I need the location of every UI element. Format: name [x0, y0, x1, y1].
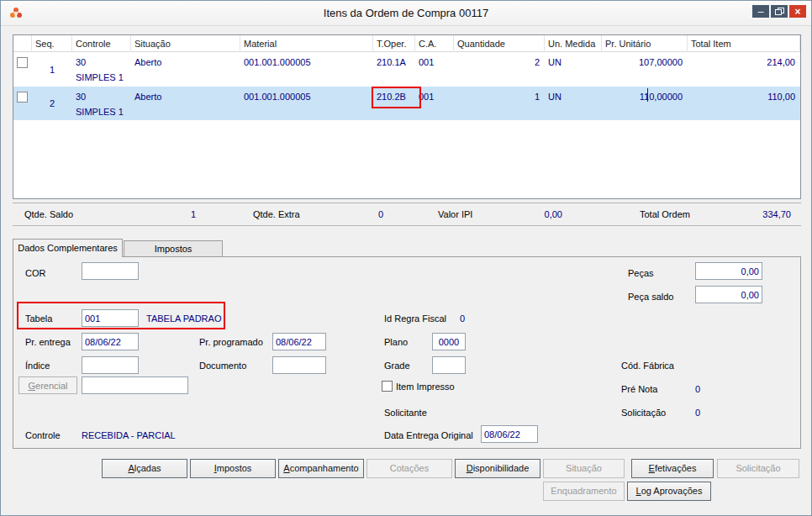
total-ordem-label: Total Ordem — [640, 203, 690, 225]
col-header-seq: Seq. — [32, 35, 72, 52]
dados-complementares-panel: COR Peças Peça saldo Tabela TABELA PADRA… — [13, 256, 801, 449]
pecas-input[interactable] — [695, 262, 762, 280]
table-row[interactable]: 1 30 SIMPLES 1 Aberto 001.001.000005 210… — [13, 52, 801, 87]
pr-programado-label: Pr. programado — [199, 336, 263, 348]
cor-input[interactable] — [82, 262, 139, 280]
pr-programado-input[interactable] — [272, 333, 326, 350]
item-impresso-checkbox[interactable]: Item Impresso — [382, 380, 455, 392]
cell-quantidade: 2 — [454, 55, 545, 69]
window-controls: – × — [752, 5, 806, 18]
controle-line2: SIMPLES 1 — [76, 71, 131, 84]
enquadramento-button-label: Enquadramento — [544, 482, 624, 500]
log-aprovacoes-button[interactable]: Log Aprovações — [627, 482, 711, 501]
disponibilidade-button[interactable]: Disponibilidade — [455, 459, 540, 478]
pr-entrega-label: Pr. entrega — [25, 336, 71, 348]
documento-input[interactable] — [272, 356, 326, 374]
cell-total-item: 110,00 — [688, 90, 800, 103]
window: Itens da Ordem de Compra 00117 – × Seq. … — [0, 0, 812, 516]
tab-impostos[interactable]: Impostos — [124, 240, 223, 256]
gerencial-button-label: Gerencial — [19, 377, 76, 395]
valor-ipi-value: 0,00 — [504, 203, 562, 225]
titlebar: Itens da Ordem de Compra 00117 – × — [1, 1, 811, 26]
col-header-situacao: Situação — [131, 35, 240, 52]
plano-label: Plano — [384, 336, 408, 348]
cell-situacao: Aberto — [131, 90, 240, 103]
tabela-input[interactable] — [82, 309, 139, 327]
tab-impostos-label: Impostos — [155, 244, 192, 254]
col-header-ca: C.A. — [415, 35, 454, 52]
impostos-button-label: Impostos — [191, 460, 275, 477]
data-entrega-original-input[interactable] — [481, 425, 538, 443]
restore-button[interactable] — [771, 5, 788, 18]
gerencial-input[interactable] — [82, 376, 188, 394]
items-grid: Seq. Controle Situação Material T.Oper. … — [13, 34, 801, 199]
cotacoes-button-label: Cotações — [367, 460, 451, 477]
col-header-toper: T.Oper. — [373, 35, 415, 52]
cell-quantidade: 1 — [454, 90, 545, 103]
solicitacao-button: Solicitação — [717, 459, 799, 478]
cell-ca: 001 — [415, 55, 454, 69]
valor-ipi-label: Valor IPI — [438, 203, 472, 225]
qtde-extra-value: 0 — [324, 203, 383, 225]
tabela-desc: TABELA PADRAO — [146, 313, 221, 324]
tab-dados-complementares[interactable]: Dados Complementares — [13, 239, 123, 257]
col-header-controle: Controle — [72, 35, 131, 52]
plano-input[interactable] — [432, 333, 466, 350]
enquadramento-button: Enquadramento — [543, 482, 625, 501]
peca-saldo-label: Peça saldo — [628, 291, 673, 303]
text-cursor — [647, 88, 648, 102]
cell-un-medida: UN — [545, 90, 602, 103]
row-checkbox[interactable] — [17, 57, 28, 68]
close-icon: × — [794, 7, 800, 17]
grade-label: Grade — [384, 360, 410, 371]
alcadas-button[interactable]: Alçadas — [102, 459, 187, 478]
controle-line1: 30 — [76, 90, 131, 103]
acompanhamento-button[interactable]: Acompanhamento — [278, 459, 364, 478]
peca-saldo-input[interactable] — [695, 286, 762, 303]
efetivacoes-button-label: Efetivações — [632, 460, 713, 477]
cor-label: COR — [25, 267, 45, 279]
checkbox-icon — [382, 381, 393, 392]
col-header-checkbox — [13, 35, 32, 52]
data-entrega-original-label: Data Entrega Original — [384, 429, 473, 441]
cell-pr-unitario: 107,00000 — [602, 55, 688, 69]
impostos-button[interactable]: Impostos — [190, 459, 276, 478]
cell-toper: 210.1A — [373, 55, 415, 69]
col-header-material: Material — [240, 35, 373, 52]
cell-situacao: Aberto — [131, 55, 240, 69]
pecas-label: Peças — [628, 267, 654, 279]
restore-icon — [775, 8, 783, 15]
grid-header: Seq. Controle Situação Material T.Oper. … — [13, 35, 800, 52]
table-row-selected[interactable]: 2 30 SIMPLES 1 Aberto 001.001.000005 210… — [13, 87, 801, 120]
col-header-total-item: Total Item — [688, 35, 800, 52]
cell-toper: 210.2B — [373, 90, 415, 103]
cell-material: 001.001.000005 — [240, 90, 373, 103]
cod-fabrica-label: Cód. Fábrica — [621, 360, 674, 371]
close-button[interactable]: × — [789, 5, 806, 18]
controle-value: RECEBIDA - PARCIAL — [82, 429, 176, 441]
efetivacoes-button[interactable]: Efetivações — [631, 459, 714, 478]
pr-entrega-input[interactable] — [82, 333, 139, 350]
solicitacao-label: Solicitação — [621, 407, 666, 419]
cotacoes-button: Cotações — [366, 459, 452, 478]
window-title: Itens da Ordem de Compra 00117 — [1, 7, 811, 19]
minimize-button[interactable]: – — [752, 5, 769, 18]
controle-line1: 30 — [76, 55, 131, 69]
indice-input[interactable] — [82, 356, 139, 374]
id-regra-fiscal-label: Id Regra Fiscal — [384, 313, 446, 324]
pre-nota-label: Pré Nota — [621, 383, 657, 395]
cell-total-item: 214,00 — [688, 55, 800, 69]
situacao-button-label: Situação — [544, 460, 624, 477]
row-checkbox[interactable] — [17, 92, 28, 103]
total-ordem-value: 334,70 — [724, 203, 791, 225]
cell-un-medida: UN — [545, 55, 602, 69]
cell-controle: 30 SIMPLES 1 — [72, 90, 131, 118]
id-regra-fiscal-value: 0 — [460, 313, 465, 324]
documento-label: Documento — [199, 360, 246, 371]
cell-seq: 1 — [32, 52, 72, 87]
grade-input[interactable] — [432, 356, 466, 374]
acompanhamento-button-label: Acompanhamento — [279, 460, 363, 477]
cell-pr-unitario: 110,00000 — [602, 90, 688, 103]
gerencial-button[interactable]: Gerencial — [18, 376, 77, 394]
qtde-extra-label: Qtde. Extra — [253, 203, 300, 225]
